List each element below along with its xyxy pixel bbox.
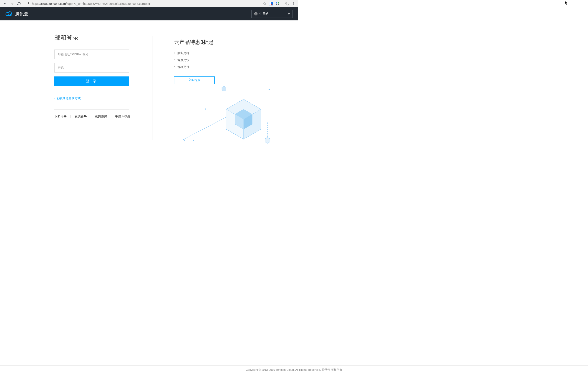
extension-icon-2[interactable] [275, 2, 279, 6]
svg-line-12 [183, 114, 233, 140]
region-label: 中国站 [259, 12, 269, 16]
svg-point-3 [271, 4, 272, 5]
promo-bullet: 价格更优 [174, 65, 298, 69]
promo-panel: 云产品特惠3折起 服务更稳 速度更快 价格更优 立即抢购 [152, 33, 298, 179]
chevron-left-icon: ‹ [54, 97, 55, 100]
link-separator [91, 115, 91, 118]
menu-icon[interactable] [291, 2, 295, 6]
logo[interactable]: 腾讯云 [5, 11, 28, 17]
browser-toolbar: https://cloud.tencent.com/login?s_url=ht… [0, 0, 298, 7]
svg-rect-6 [276, 4, 277, 5]
login-panel: 邮箱登录 登 录 ‹ 切换其他登录方式 立即注册 忘记账号 忘记密码 子用户登录 [0, 33, 152, 179]
forward-button[interactable] [10, 1, 15, 6]
svg-rect-0 [28, 3, 29, 4]
subuser-login-link[interactable]: 子用户登录 [115, 115, 130, 119]
login-button[interactable]: 登 录 [54, 76, 129, 86]
svg-marker-16 [265, 137, 270, 143]
main-content: 邮箱登录 登 录 ‹ 切换其他登录方式 立即注册 忘记账号 忘记密码 子用户登录… [0, 20, 298, 179]
globe-icon [254, 12, 258, 16]
svg-point-8 [293, 2, 294, 3]
email-field-wrap [54, 50, 129, 59]
svg-point-20 [269, 89, 270, 90]
svg-rect-2 [271, 2, 273, 5]
email-field[interactable] [58, 52, 126, 56]
address-bar[interactable]: https://cloud.tencent.com/login?s_url=ht… [25, 1, 259, 7]
region-dropdown[interactable]: 中国站 [251, 10, 293, 18]
link-separator [111, 115, 111, 118]
promo-title: 云产品特惠3折起 [174, 39, 298, 46]
divider [54, 110, 129, 110]
password-field[interactable] [58, 66, 126, 70]
svg-rect-4 [276, 2, 277, 3]
login-title: 邮箱登录 [54, 33, 130, 42]
extension-icon-3[interactable] [285, 2, 289, 6]
brand-text: 腾讯云 [15, 11, 28, 17]
forgot-account-link[interactable]: 忘记账号 [74, 115, 87, 119]
svg-rect-7 [278, 4, 279, 5]
promo-bullet: 服务更稳 [174, 51, 298, 55]
switch-login-link[interactable]: ‹ 切换其他登录方式 [54, 96, 130, 100]
footer-links: 立即注册 忘记账号 忘记密码 子用户登录 [54, 115, 130, 119]
lock-icon [27, 2, 30, 5]
switch-login-label: 切换其他登录方式 [56, 96, 81, 100]
url-text: https://cloud.tencent.com/login?s_url=ht… [32, 2, 151, 5]
svg-marker-15 [222, 86, 226, 91]
extension-icon-1[interactable] [269, 2, 273, 6]
promo-cta-button[interactable]: 立即抢购 [174, 76, 215, 84]
cloud-logo-icon [5, 11, 13, 17]
promo-illustration [180, 86, 272, 146]
chevron-down-icon [288, 13, 290, 15]
back-button[interactable] [3, 1, 8, 6]
svg-point-10 [293, 4, 294, 5]
promo-list: 服务更稳 速度更快 价格更优 [174, 51, 298, 69]
bookmark-icon[interactable]: ☆ [263, 1, 266, 6]
svg-rect-5 [278, 2, 279, 3]
promo-bullet: 速度更快 [174, 58, 298, 62]
reload-button[interactable] [17, 1, 22, 6]
svg-point-18 [193, 140, 194, 141]
forgot-password-link[interactable]: 忘记密码 [95, 115, 107, 119]
toolbar-divider [282, 1, 282, 6]
svg-point-17 [183, 140, 185, 141]
password-field-wrap [54, 63, 129, 72]
svg-point-19 [205, 109, 206, 110]
site-header: 腾讯云 中国站 [0, 7, 298, 20]
register-link[interactable]: 立即注册 [54, 115, 67, 119]
svg-point-9 [293, 3, 294, 4]
